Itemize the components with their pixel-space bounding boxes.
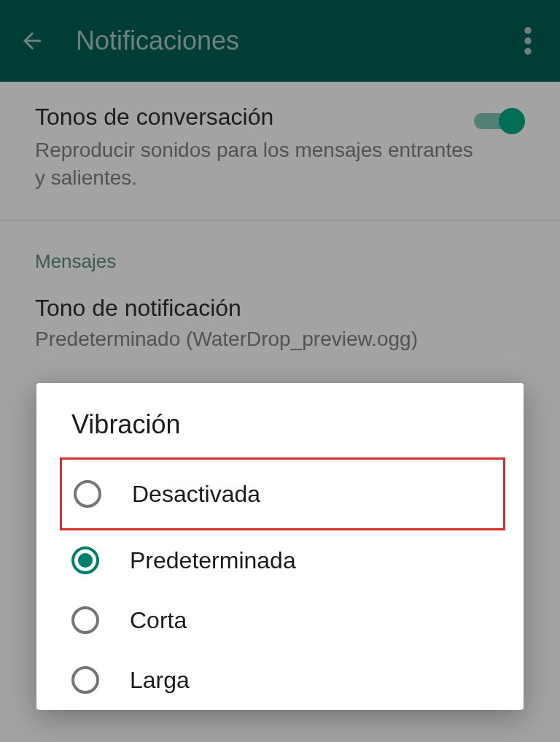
- option-label: Predeterminada: [130, 547, 296, 574]
- radio-selected-icon: [71, 546, 99, 574]
- vibration-option-desactivada[interactable]: Desactivada: [62, 460, 503, 528]
- option-label: Desactivada: [132, 481, 260, 508]
- vibration-option-larga[interactable]: Larga: [36, 650, 524, 710]
- dialog-title: Vibración: [36, 409, 524, 457]
- radio-icon: [71, 666, 99, 694]
- vibration-dialog: Vibración Desactivada Predeterminada Cor…: [36, 383, 524, 710]
- vibration-option-corta[interactable]: Corta: [36, 590, 524, 650]
- vibration-option-predeterminada[interactable]: Predeterminada: [36, 530, 524, 590]
- option-label: Larga: [130, 667, 190, 694]
- radio-icon: [71, 606, 99, 634]
- radio-icon: [74, 480, 101, 508]
- highlighted-option-box: Desactivada: [60, 457, 505, 530]
- option-label: Corta: [130, 607, 187, 634]
